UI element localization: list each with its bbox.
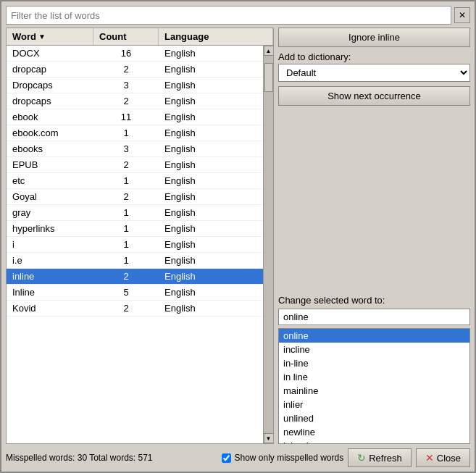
scroll-thumb[interactable] — [264, 63, 273, 92]
spacer — [278, 110, 470, 290]
table-row[interactable]: inline 2 English — [7, 269, 263, 285]
show-misspelled-checkbox[interactable] — [222, 453, 231, 463]
table-row[interactable]: ebook.com 1 English — [7, 125, 263, 141]
cell-word: DOCX — [7, 46, 93, 61]
table-row[interactable]: gray 1 English — [7, 205, 263, 221]
table-body[interactable]: DOCX 16 English dropcap 2 English Dropca… — [7, 46, 263, 443]
cell-language: English — [159, 62, 263, 77]
cell-count: 1 — [93, 237, 159, 252]
cell-language: English — [159, 253, 263, 268]
cell-count: 1 — [93, 173, 159, 188]
clear-filter-button[interactable]: ✕ — [454, 7, 470, 23]
close-button[interactable]: ✕ Close — [416, 448, 470, 467]
cell-language: English — [159, 237, 263, 252]
refresh-icon: ↻ — [357, 452, 366, 464]
dictionary-select[interactable]: Default — [278, 64, 470, 82]
sort-arrow-word: ▼ — [38, 33, 46, 41]
cell-word: Dropcaps — [7, 78, 93, 93]
cell-language: English — [159, 173, 263, 188]
cell-count: 2 — [93, 269, 159, 284]
cell-count: 11 — [93, 109, 159, 125]
show-misspelled-label[interactable]: Show only misspelled words — [222, 453, 343, 463]
ignore-inline-button[interactable]: Ignore inline — [278, 28, 470, 47]
close-icon: ✕ — [425, 452, 434, 464]
add-to-dict-label: Add to dictionary: — [278, 51, 470, 62]
table-row[interactable]: Goyal 2 English — [7, 189, 263, 205]
suggestion-item[interactable]: incline — [279, 343, 469, 356]
change-label: Change selected word to: — [278, 295, 470, 306]
suggestion-item[interactable]: inland — [279, 439, 469, 444]
table-row[interactable]: EPUB 2 English — [7, 157, 263, 173]
cell-language: English — [159, 46, 263, 61]
table-row[interactable]: dropcap 2 English — [7, 62, 263, 78]
table-row[interactable]: Inline 5 English — [7, 285, 263, 301]
cell-count: 1 — [93, 205, 159, 220]
filter-bar: ✕ — [6, 6, 470, 25]
th-word[interactable]: Word ▼ — [7, 28, 93, 45]
cell-language: English — [159, 301, 263, 316]
th-language[interactable]: Language — [159, 28, 273, 45]
cell-word: Inline — [7, 285, 93, 300]
cell-count: 2 — [93, 62, 159, 77]
cell-count: 1 — [93, 125, 159, 141]
suggestion-item[interactable]: newline — [279, 425, 469, 439]
cell-word: Kovid — [7, 301, 93, 316]
spell-check-dialog: ✕ Word ▼ Count Language DOCX — [0, 0, 476, 473]
main-area: Word ▼ Count Language DOCX 16 English dr… — [6, 28, 470, 444]
table-row[interactable]: i.e 1 English — [7, 253, 263, 269]
cell-word: inline — [7, 269, 93, 284]
filter-input[interactable] — [6, 6, 451, 25]
change-word-section: Change selected word to: onlineinclinein… — [278, 295, 470, 444]
suggestion-item[interactable]: unlined — [279, 411, 469, 425]
cell-language: English — [159, 205, 263, 220]
table-row[interactable]: Dropcaps 3 English — [7, 78, 263, 93]
cell-language: English — [159, 141, 263, 156]
cell-language: English — [159, 109, 263, 125]
cell-count: 2 — [93, 189, 159, 204]
refresh-button[interactable]: ↻ Refresh — [348, 448, 412, 467]
cell-word: dropcaps — [7, 93, 93, 109]
cell-count: 5 — [93, 285, 159, 300]
cell-word: Goyal — [7, 189, 93, 204]
suggestion-item[interactable]: in-line — [279, 356, 469, 370]
show-next-occurrence-button[interactable]: Show next occurrence — [278, 86, 470, 106]
scroll-up-button[interactable]: ▲ — [264, 46, 274, 56]
suggestion-item[interactable]: inlier — [279, 398, 469, 411]
cell-language: English — [159, 189, 263, 204]
cell-language: English — [159, 125, 263, 141]
status-text: Misspelled words: 30 Total words: 571 — [6, 453, 217, 463]
bottom-bar: Misspelled words: 30 Total words: 571 Sh… — [6, 447, 470, 467]
right-panel: Ignore inline Add to dictionary: Default… — [278, 28, 470, 444]
table-row[interactable]: dropcaps 2 English — [7, 93, 263, 109]
cell-count: 1 — [93, 253, 159, 268]
suggestion-item[interactable]: in line — [279, 370, 469, 384]
table-row[interactable]: DOCX 16 English — [7, 46, 263, 62]
table-header: Word ▼ Count Language — [7, 28, 273, 46]
table-row[interactable]: ebook 11 English — [7, 109, 263, 125]
table-row[interactable]: ebooks 3 English — [7, 141, 263, 157]
table-row[interactable]: etc 1 English — [7, 173, 263, 189]
cell-language: English — [159, 285, 263, 300]
scroll-track[interactable] — [264, 56, 274, 433]
cell-count: 2 — [93, 157, 159, 172]
scroll-down-button[interactable]: ▼ — [264, 433, 274, 443]
cell-word: dropcap — [7, 62, 93, 77]
table-row[interactable]: Kovid 2 English — [7, 301, 263, 317]
footer-buttons: ↻ Refresh ✕ Close — [348, 448, 470, 467]
suggestion-item[interactable]: mainline — [279, 384, 469, 398]
suggestion-item[interactable]: online — [279, 329, 469, 343]
th-count[interactable]: Count — [93, 28, 159, 45]
cell-count: 3 — [93, 141, 159, 156]
scrollbar[interactable]: ▲ ▼ — [263, 46, 273, 443]
cell-word: ebooks — [7, 141, 93, 156]
cell-word: EPUB — [7, 157, 93, 172]
change-word-input[interactable] — [278, 309, 470, 325]
table-row[interactable]: hyperlinks 1 English — [7, 221, 263, 237]
cell-word: ebook — [7, 109, 93, 125]
suggestions-list[interactable]: onlineinclinein-linein linemainlineinlie… — [278, 328, 470, 444]
cell-count: 2 — [93, 301, 159, 316]
cell-word: i.e — [7, 253, 93, 268]
cell-word: etc — [7, 173, 93, 188]
table-row[interactable]: i 1 English — [7, 237, 263, 253]
cell-language: English — [159, 93, 263, 109]
